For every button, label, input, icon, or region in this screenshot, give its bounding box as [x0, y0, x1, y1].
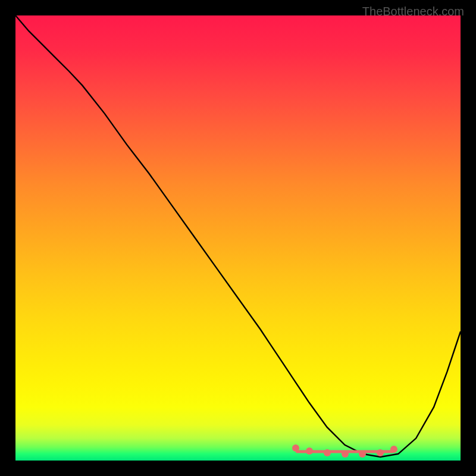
- marker-dot: [390, 446, 397, 453]
- chart-curve: [15, 15, 461, 461]
- marker-dot: [342, 450, 349, 458]
- watermark-label: TheBottleneck.com: [362, 5, 464, 18]
- marker-dot: [377, 449, 384, 456]
- chart-plot-area: [15, 15, 461, 461]
- marker-dot: [359, 450, 366, 458]
- marker-dot: [292, 444, 299, 452]
- marker-dot: [324, 449, 331, 456]
- marker-dot: [306, 447, 313, 455]
